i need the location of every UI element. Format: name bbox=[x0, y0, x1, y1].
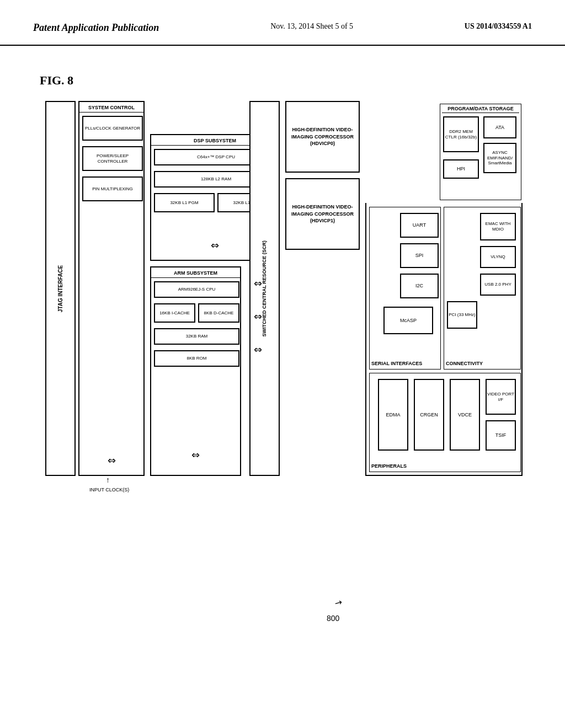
figure-800-arrow: ↗ bbox=[333, 596, 344, 609]
system-control-arrow: ⇔ bbox=[108, 454, 116, 467]
vdce-box: VDCE bbox=[450, 379, 480, 451]
input-clocks-label: INPUT CLOCK(S) bbox=[89, 487, 129, 493]
serial-label: SERIAL INTERFACES bbox=[371, 361, 422, 366]
arm-ram-box: 32KB RAM bbox=[154, 328, 239, 345]
pci-box: PCI (33 MHz) bbox=[447, 301, 477, 329]
l1-pgm-box: 32KB L1 PGM bbox=[154, 193, 215, 212]
figure-label: FIG. 8 bbox=[40, 73, 73, 88]
figure-800-label: 800 bbox=[327, 614, 339, 623]
plls-box: PLLs/CLOCK GENERATOR bbox=[82, 116, 143, 141]
spi-box: SPI bbox=[400, 243, 439, 268]
mcasp-box: McASP bbox=[383, 307, 433, 334]
scr-label: SWITCHED CENTRAL RESOURCE (SCR) bbox=[262, 240, 268, 336]
peripherals-label: PERIPHERALS bbox=[371, 463, 407, 469]
edma-box: EDMA bbox=[378, 379, 408, 451]
hpi-box: HPI bbox=[443, 159, 479, 179]
usb-box: USB 2.0 PHY bbox=[480, 274, 516, 296]
video-port-box: VIDEO PORT I/F bbox=[486, 379, 516, 415]
storage-section: PROGRAM/DATA STORAGE DDR2 MEM CTLR (16b/… bbox=[440, 104, 521, 200]
vlynq-box: VLYNQ bbox=[480, 246, 516, 268]
icache-box: 16KB I-CACHE bbox=[154, 303, 195, 323]
hdvicp1-box: HIGH-DEFINITION VIDEO-IMAGING COPROCESSO… bbox=[285, 178, 360, 250]
dsp-arrow: ⇔ bbox=[211, 239, 219, 251]
tsif-box: TSIF bbox=[486, 420, 516, 451]
hdvicp0-box: HIGH-DEFINITION VIDEO-IMAGING COPROCESSO… bbox=[285, 101, 360, 173]
hdvicp0-label: HIGH-DEFINITION VIDEO-IMAGING COPROCESSO… bbox=[286, 126, 359, 147]
patent-number: US 2014/0334559 A1 bbox=[465, 22, 532, 31]
crgen-box: CRGEN bbox=[414, 379, 444, 451]
connectivity-section: CONNECTIVITY EMAC WITH MDIO VLYNQ USB 2.… bbox=[444, 207, 521, 370]
publication-title: Patent Application Publication bbox=[33, 22, 159, 34]
scr-arrow2: ⇔ bbox=[254, 311, 262, 323]
scr-arrow1: ⇔ bbox=[254, 277, 262, 290]
emac-box: EMAC WITH MDIO bbox=[480, 213, 516, 240]
jtag-box: JTAG INTERFACE bbox=[45, 101, 76, 476]
scr-arrow3: ⇔ bbox=[254, 344, 262, 356]
uart-box: UART bbox=[400, 213, 439, 238]
system-control-box: SYSTEM CONTROL PLLs/CLOCK GENERATOR POWE… bbox=[78, 101, 145, 476]
pin-mux-box: PIN MULTIPLEXING bbox=[82, 176, 143, 201]
program-data-storage-label: PROGRAM/DATA STORAGE bbox=[442, 106, 519, 113]
input-clocks-arrow: ↑ bbox=[106, 476, 110, 485]
ddr2-box: DDR2 MEM CTLR (16b/32b) bbox=[443, 116, 479, 152]
peripherals-section: PERIPHERALS EDMA CRGEN VDCE VIDEO PORT I… bbox=[369, 373, 521, 472]
hdvicp1-label: HIGH-DEFINITION VIDEO-IMAGING COPROCESSO… bbox=[286, 204, 359, 224]
ata-box: ATA bbox=[483, 116, 516, 138]
i2c-box: I2C bbox=[400, 274, 439, 298]
connectivity-label: CONNECTIVITY bbox=[446, 361, 483, 366]
diagram-area: FIG. 8 JTAG INTERFACE SYSTEM CONTROL PLL… bbox=[34, 68, 531, 675]
power-sleep-box: POWER/SLEEP CONTROLLER bbox=[82, 146, 143, 171]
system-control-label: SYSTEM CONTROL bbox=[79, 105, 143, 113]
page-header: Patent Application Publication Nov. 13, … bbox=[0, 0, 565, 46]
arm-subsystem-label: ARM SUBSYSTEM bbox=[151, 270, 240, 278]
sheet-info: Nov. 13, 2014 Sheet 5 of 5 bbox=[270, 22, 353, 31]
arm-arrow: ⇔ bbox=[191, 449, 200, 461]
async-box: ASYNC EMIF/NAND/ SmartMedia bbox=[483, 143, 516, 173]
dcache-box: 8KB D-CACHE bbox=[198, 303, 239, 323]
arm-subsystem-box: ARM SUBSYSTEM ARM926EJ-S CPU 16KB I-CACH… bbox=[150, 266, 241, 476]
jtag-label: JTAG INTERFACE bbox=[57, 265, 63, 312]
arm-rom-box: 8KB ROM bbox=[154, 350, 239, 367]
serial-section: SERIAL INTERFACES UART SPI I2C McASP bbox=[369, 207, 441, 370]
arm-cpu-box: ARM926EJ-S CPU bbox=[154, 281, 239, 298]
